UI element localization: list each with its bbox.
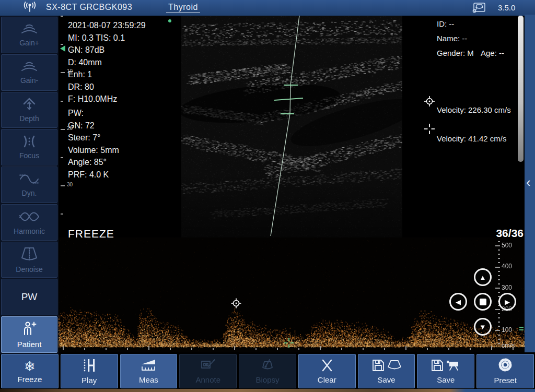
sidebar-item-focus[interactable]: Focus xyxy=(1,129,57,165)
ruler-tick xyxy=(498,275,500,276)
ruler-tick xyxy=(61,185,65,186)
ruler-tick xyxy=(498,322,500,323)
velocity-tick-label: 500 xyxy=(502,242,512,249)
velocity-tick-label: 300 xyxy=(502,284,512,291)
top-bar: SX-8CT GRCBGK093 Thyroid 3.5.0 xyxy=(0,0,535,16)
ruler-tick xyxy=(61,213,63,215)
film-play-icon xyxy=(82,358,97,375)
measure-icon xyxy=(139,358,157,375)
harmonic-icon xyxy=(17,209,41,226)
ruler-tick xyxy=(498,292,500,293)
depth-label: 30 xyxy=(67,182,73,187)
ruler-tick xyxy=(61,16,63,17)
freeze-button[interactable]: ❄ Freeze xyxy=(1,354,59,388)
ruler-tick xyxy=(63,346,64,350)
tab-thyroid[interactable]: Thyroid xyxy=(166,3,200,13)
param-steer: Steer: 7° xyxy=(68,132,119,144)
playback-progress-bar[interactable] xyxy=(0,389,535,392)
meas-button[interactable]: Meas xyxy=(120,354,178,388)
patient-gender: Gender: M xyxy=(437,49,474,57)
denoise-icon xyxy=(17,246,41,264)
ruler-tick xyxy=(498,339,500,340)
param-depth: D: 40mm xyxy=(68,56,146,69)
ruler-tick xyxy=(427,348,428,350)
ultrasound-app: SX-8CT GRCBGK093 Thyroid 3.5.0 Gain+ xyxy=(0,0,535,392)
cine-next-button[interactable]: ▶ xyxy=(498,293,516,311)
up-arrow-icon: ▲ xyxy=(480,274,486,281)
play-button[interactable]: Play xyxy=(61,354,118,388)
pw-parameters: PW: GN: 72 Steer: 7° Volume: 5mm Angle: … xyxy=(68,107,119,181)
collapse-panel-chevron[interactable]: ‹ xyxy=(526,175,531,189)
ruler-tick xyxy=(448,348,449,350)
ruler-tick xyxy=(498,313,500,314)
ruler-tick xyxy=(498,258,500,259)
param-pw-gain: GN: 72 xyxy=(68,120,119,132)
cine-stop-button[interactable] xyxy=(474,293,492,311)
velocity-measurement-2: Velocity: 41.42 cm/s xyxy=(437,134,506,143)
ruler-tick xyxy=(495,288,500,289)
biopsy-button: Biopsy xyxy=(239,354,296,388)
probe-icon[interactable] xyxy=(472,2,486,16)
depth-icon xyxy=(18,97,41,113)
velocity-tick-label: 100 xyxy=(502,326,512,334)
sidebar-item-patient[interactable]: Patient xyxy=(1,316,57,353)
left-arrow-icon: ◀ xyxy=(456,298,461,306)
param-dynamic-range: DR: 80 xyxy=(68,81,146,93)
preset-button[interactable]: Preset xyxy=(476,354,534,388)
ruler-tick xyxy=(498,271,500,272)
patient-icon xyxy=(19,321,40,339)
ruler-tick xyxy=(61,44,63,45)
ruler-tick xyxy=(498,317,500,318)
ruler-tick xyxy=(513,348,514,350)
patient-id: ID: -- xyxy=(437,19,454,28)
ruler-tick xyxy=(384,348,385,350)
sidebar-item-gain-minus[interactable]: Gain- xyxy=(1,54,57,91)
cine-up-button[interactable]: ▲ xyxy=(474,268,492,286)
sidebar-item-harmonic[interactable]: Harmonic xyxy=(1,204,57,241)
stop-icon xyxy=(480,299,486,305)
ruler-tick xyxy=(495,245,500,246)
ruler-tick xyxy=(498,335,500,336)
save-image-button[interactable]: Save xyxy=(358,354,415,388)
sidebar-item-pw[interactable]: PW xyxy=(1,279,57,315)
ruler-tick xyxy=(61,72,65,73)
floppy-icon xyxy=(431,359,444,374)
pw-sample-line xyxy=(181,16,402,237)
gain-minus-icon xyxy=(18,60,41,75)
clear-button[interactable]: Clear xyxy=(298,354,356,388)
ruler-tick xyxy=(61,157,63,158)
sidebar-item-denoise[interactable]: Denoise xyxy=(1,242,57,278)
ruler-tick xyxy=(498,262,500,263)
velocity-tick-label: 400 xyxy=(502,263,512,270)
ruler-tick xyxy=(277,348,278,350)
sidebar-item-dyn[interactable]: Dyn. xyxy=(1,167,57,203)
down-arrow-icon: ▼ xyxy=(480,323,486,331)
floppy-icon xyxy=(371,359,385,374)
ruler-tick xyxy=(498,254,500,255)
scrollbar-thumb[interactable] xyxy=(518,16,524,162)
sidebar: Gain+ Gain- Depth Focus Dyn. xyxy=(0,16,59,354)
cross-caliper-icon xyxy=(424,124,435,136)
param-datetime: 2021-08-07 23:59:29 xyxy=(68,19,146,32)
ruler-tick xyxy=(495,309,500,310)
ruler-tick xyxy=(341,348,342,350)
param-mi-tis: MI: 0.3 TIS: 0.1 xyxy=(68,32,146,44)
right-arrow-icon: ▶ xyxy=(505,298,510,306)
sidebar-item-gain-plus[interactable]: Gain+ xyxy=(1,17,57,53)
param-prf: PRF: 4.0 K xyxy=(68,169,119,181)
cine-prev-button[interactable]: ◀ xyxy=(449,293,467,311)
ruler-tick xyxy=(498,250,500,251)
save-video-button[interactable]: Save xyxy=(417,354,474,388)
psv-cursor-marker xyxy=(230,298,242,311)
ruler-tick xyxy=(405,346,406,350)
ruler-tick xyxy=(84,348,85,350)
dynamic-range-icon xyxy=(17,172,41,188)
ruler-tick xyxy=(106,348,107,350)
patient-name: Name: -- xyxy=(437,34,467,43)
ruler-tick xyxy=(298,348,299,350)
sidebar-item-depth[interactable]: Depth xyxy=(1,92,57,128)
circle-crosshair-icon xyxy=(423,95,436,110)
cine-down-button[interactable]: ▼ xyxy=(474,318,492,336)
annote-button: Annote xyxy=(179,354,237,388)
ruler-tick xyxy=(255,348,257,350)
